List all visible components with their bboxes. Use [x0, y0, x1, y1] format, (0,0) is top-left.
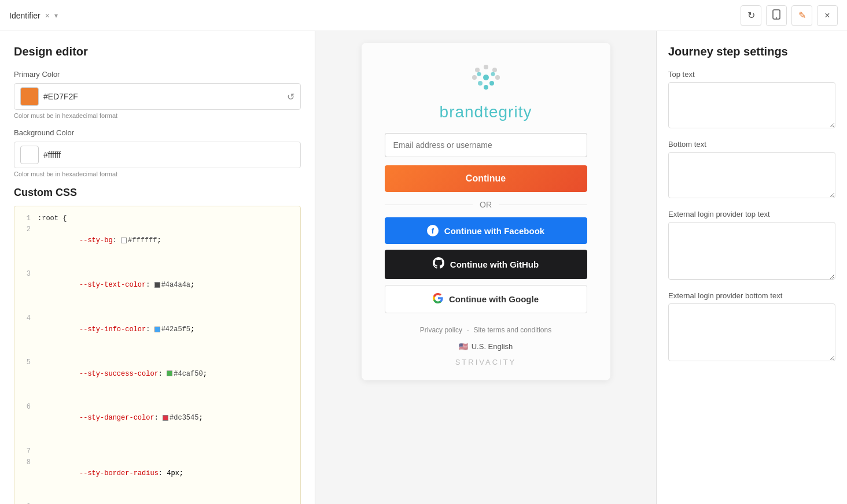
github-button[interactable]: Continue with GitHub — [385, 250, 587, 279]
code-line-5: 5 --sty-success-color: #4caf50; — [19, 357, 296, 402]
logo-area — [463, 61, 509, 98]
privacy-policy-link[interactable]: Privacy policy — [420, 326, 462, 334]
background-color-text-input[interactable] — [43, 150, 294, 160]
close-window-button[interactable]: × — [817, 5, 838, 26]
privacy-links: Privacy policy · Site terms and conditio… — [420, 326, 551, 334]
design-editor-panel: Design editor Primary Color ↺ Color must… — [0, 31, 315, 504]
topbar: Identifier × ▾ ↻ ✎ × — [0, 0, 847, 31]
tab-dropdown-button[interactable]: ▾ — [54, 12, 58, 20]
primary-color-input-row: ↺ — [14, 83, 301, 110]
svg-point-12 — [477, 72, 481, 76]
privacy-dot: · — [467, 326, 469, 334]
or-line-right — [499, 205, 587, 205]
svg-point-9 — [484, 85, 488, 90]
site-terms-link[interactable]: Site terms and conditions — [473, 326, 551, 334]
pencil-icon: ✎ — [798, 10, 806, 21]
facebook-icon: f — [427, 225, 439, 236]
bottom-text-label: Bottom text — [668, 140, 835, 149]
code-line-1: 1 :root { — [19, 213, 296, 224]
svg-point-7 — [489, 81, 494, 86]
design-editor-title: Design editor — [14, 45, 301, 58]
svg-point-11 — [491, 72, 495, 76]
or-line-left — [385, 205, 473, 205]
close-icon: × — [824, 10, 830, 21]
email-input[interactable] — [385, 133, 587, 157]
refresh-button[interactable]: ↻ — [741, 5, 761, 26]
primary-color-hint: Color must be in hexadecimal format — [14, 112, 301, 119]
background-color-input-row — [14, 142, 301, 168]
svg-point-8 — [478, 81, 483, 86]
facebook-button[interactable]: f Continue with Facebook — [385, 217, 587, 244]
google-icon — [433, 293, 443, 305]
preview-panel: brandtegrity Continue OR f Continue with… — [315, 31, 656, 504]
background-color-label: Background Color — [14, 128, 301, 137]
code-line-4: 4 --sty-info-color: #42a5f5; — [19, 313, 296, 358]
code-line-8: 8 --sty-border-radius: 4px; — [19, 457, 296, 502]
github-button-label: Continue with GitHub — [450, 260, 539, 269]
ext-login-bottom-label: External login provider bottom text — [668, 291, 835, 300]
background-color-swatch[interactable] — [20, 146, 39, 164]
continue-button[interactable]: Continue — [385, 165, 587, 192]
journey-settings-panel: Journey step settings Top text Bottom te… — [656, 31, 847, 504]
top-text-textarea[interactable] — [668, 82, 835, 128]
primary-color-label: Primary Color — [14, 70, 301, 79]
svg-point-4 — [475, 68, 480, 72]
svg-point-6 — [472, 75, 477, 80]
brand-name: brandtegrity — [440, 103, 532, 121]
primary-color-text-input[interactable] — [43, 92, 282, 101]
edit-button[interactable]: ✎ — [791, 5, 812, 26]
or-text: OR — [480, 200, 492, 209]
top-text-label: Top text — [668, 70, 835, 79]
svg-point-3 — [492, 68, 497, 72]
ext-login-top-textarea[interactable] — [668, 222, 835, 280]
mobile-icon — [772, 9, 781, 22]
brand-logo-icon — [463, 61, 509, 96]
code-line-9: 9 — [19, 502, 296, 504]
ext-login-top-label: External login provider top text — [668, 210, 835, 218]
tab-close-button[interactable]: × — [45, 11, 50, 20]
code-line-2: 2 --sty-bg: #ffffff; — [19, 224, 296, 269]
code-line-7: 7 — [19, 446, 296, 457]
primary-color-reset-button[interactable]: ↺ — [287, 91, 294, 102]
svg-point-2 — [484, 65, 488, 69]
github-icon — [433, 257, 444, 272]
or-divider: OR — [385, 200, 587, 209]
main-layout: Design editor Primary Color ↺ Color must… — [0, 31, 847, 504]
locale-label: U.S. English — [472, 342, 513, 351]
google-button-label: Continue with Google — [449, 294, 539, 304]
facebook-button-label: Continue with Facebook — [444, 226, 544, 236]
google-button[interactable]: Continue with Google — [385, 285, 587, 313]
background-color-hint: Color must be in hexadecimal format — [14, 171, 301, 177]
refresh-icon: ↻ — [747, 10, 755, 21]
tab-label: Identifier — [9, 11, 40, 20]
topbar-right: ↻ ✎ × — [741, 5, 838, 26]
ext-login-bottom-textarea[interactable] — [668, 303, 835, 361]
svg-point-5 — [495, 75, 500, 80]
flag-icon: 🇺🇸 — [459, 342, 468, 351]
strivacity-footer: STRIVACITY — [455, 358, 517, 366]
bottom-text-textarea[interactable] — [668, 152, 835, 198]
code-line-6: 6 --sty-danger-color: #dc3545; — [19, 402, 296, 446]
locale-row: 🇺🇸 U.S. English — [459, 342, 513, 351]
topbar-left: Identifier × ▾ — [9, 11, 58, 20]
css-code-block[interactable]: 1 :root { 2 --sty-bg: #ffffff; 3 --sty-t… — [14, 206, 301, 504]
custom-css-title: Custom CSS — [14, 187, 301, 199]
svg-point-10 — [483, 75, 489, 80]
mobile-preview-button[interactable] — [766, 5, 787, 26]
primary-color-swatch[interactable] — [20, 87, 39, 106]
journey-settings-title: Journey step settings — [668, 45, 835, 58]
code-line-3: 3 --sty-text-color: #4a4a4a; — [19, 269, 296, 313]
svg-point-1 — [776, 17, 777, 18]
preview-card: brandtegrity Continue OR f Continue with… — [362, 43, 610, 380]
